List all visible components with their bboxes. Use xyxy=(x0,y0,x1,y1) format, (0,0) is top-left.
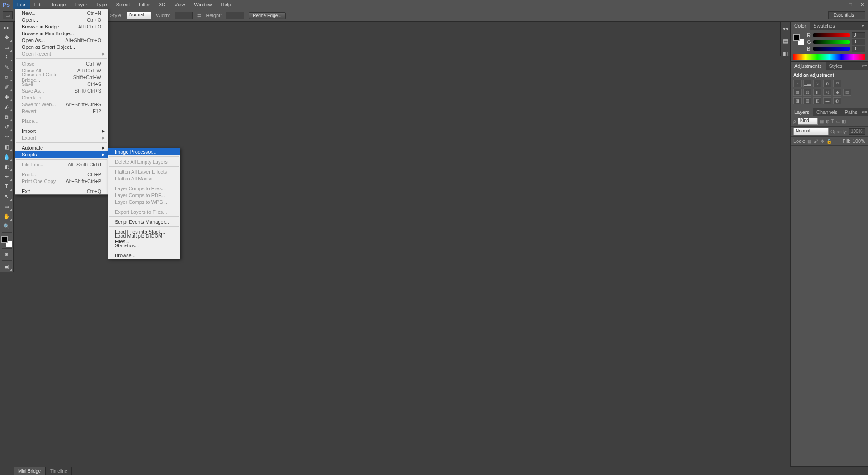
menu-item-new-[interactable]: New...Ctrl+N xyxy=(15,9,108,16)
zoom-tool-icon[interactable]: 🔍 xyxy=(1,222,12,231)
levels-icon[interactable]: ▁▃ xyxy=(803,80,811,87)
opacity-field[interactable]: 100% xyxy=(849,128,865,135)
pixel-filter-icon[interactable]: ▦ xyxy=(820,119,824,124)
path-select-tool-icon[interactable]: ↖ xyxy=(1,192,12,201)
style-select[interactable]: Normal xyxy=(127,12,151,19)
color-balance-icon[interactable]: ⚖ xyxy=(803,89,811,96)
menu-item-image-processor-[interactable]: Image Processor... xyxy=(108,148,180,155)
color-fgbg[interactable] xyxy=(793,34,804,45)
lasso-tool-icon[interactable]: ⌇ xyxy=(1,53,12,62)
panel-menu-icon[interactable]: ▾≡ xyxy=(861,22,868,30)
menu-file[interactable]: File xyxy=(13,0,30,9)
window-minimize-icon[interactable]: — xyxy=(835,2,843,7)
healing-tool-icon[interactable]: ✚ xyxy=(1,93,12,102)
menu-type[interactable]: Type xyxy=(92,0,112,9)
tab-channels[interactable]: Channels xyxy=(813,108,841,116)
pen-tool-icon[interactable]: ✒ xyxy=(1,172,12,181)
b-slider[interactable] xyxy=(813,47,850,51)
history-panel-icon[interactable]: ▤ xyxy=(783,38,788,44)
menu-item-browse-in-bridge-[interactable]: Browse in Bridge...Alt+Ctrl+O xyxy=(15,23,108,30)
menu-select[interactable]: Select xyxy=(112,0,135,9)
menu-item-open-as-[interactable]: Open As...Alt+Shift+Ctrl+O xyxy=(15,37,108,43)
tab-swatches[interactable]: Swatches xyxy=(810,22,839,30)
width-input[interactable] xyxy=(175,12,193,19)
bw-icon[interactable]: ◧ xyxy=(813,89,821,96)
photo-filter-icon[interactable]: ◎ xyxy=(823,89,831,96)
swap-icon[interactable]: ⇄ xyxy=(197,13,201,19)
menu-window[interactable]: Window xyxy=(189,0,216,9)
gradient-tool-icon[interactable]: ◧ xyxy=(1,142,12,151)
channel-mixer-icon[interactable]: ◆ xyxy=(833,89,841,96)
eraser-tool-icon[interactable]: ▱ xyxy=(1,132,12,141)
menu-item-automate[interactable]: Automate▶ xyxy=(15,144,108,151)
menu-image[interactable]: Image xyxy=(47,0,71,9)
quickmask-icon[interactable]: ◙ xyxy=(1,250,12,259)
smart-filter-icon[interactable]: ◧ xyxy=(842,119,846,124)
tab-timeline[interactable]: Timeline xyxy=(46,467,72,475)
curves-icon[interactable]: ∿ xyxy=(813,80,821,87)
stamp-tool-icon[interactable]: ⧉ xyxy=(1,113,12,122)
fill-field[interactable]: 100% xyxy=(853,138,865,144)
menu-item-open-as-smart-object-[interactable]: Open as Smart Object... xyxy=(15,43,108,50)
shape-filter-icon[interactable]: ▭ xyxy=(836,119,840,124)
filter-kind-select[interactable]: Kind xyxy=(798,118,818,125)
color-lookup-icon[interactable]: ▤ xyxy=(843,89,851,96)
g-value[interactable]: 0 xyxy=(852,39,865,45)
type-filter-icon[interactable]: T xyxy=(831,119,834,124)
menu-item-statistics-[interactable]: Statistics... xyxy=(108,242,180,249)
panel-menu-icon[interactable]: ▾≡ xyxy=(861,108,868,116)
history-brush-tool-icon[interactable]: ↺ xyxy=(1,122,12,132)
blur-tool-icon[interactable]: 💧 xyxy=(1,152,12,161)
hand-tool-icon[interactable]: ✋ xyxy=(1,212,12,221)
tool-preset-picker[interactable]: ▭ xyxy=(3,11,13,19)
quick-select-tool-icon[interactable]: ✎ xyxy=(1,63,12,72)
menu-item-import[interactable]: Import▶ xyxy=(15,127,108,134)
tab-color[interactable]: Color xyxy=(791,22,810,30)
brightness-contrast-icon[interactable]: ☼ xyxy=(793,80,802,87)
window-close-icon[interactable]: ✕ xyxy=(858,2,866,8)
lock-image-icon[interactable]: 🖌 xyxy=(814,139,818,144)
crop-tool-icon[interactable]: ⧈ xyxy=(1,73,12,82)
g-slider[interactable] xyxy=(813,40,850,44)
menu-3d[interactable]: 3D xyxy=(155,0,170,9)
tab-layers[interactable]: Layers xyxy=(791,108,813,116)
hue-sat-icon[interactable]: ▦ xyxy=(793,89,802,96)
type-tool-icon[interactable]: T xyxy=(1,182,12,191)
workspace-switcher[interactable]: Essentials xyxy=(828,11,865,19)
collapse-icon[interactable]: ▸▸ xyxy=(1,23,12,32)
menu-item-browse-in-mini-bridge-[interactable]: Browse in Mini Bridge... xyxy=(15,30,108,37)
rectangle-tool-icon[interactable]: ▭ xyxy=(1,202,12,211)
filter-kind-icon[interactable]: ρ xyxy=(793,119,796,124)
tab-paths[interactable]: Paths xyxy=(841,108,861,116)
screenmode-icon[interactable]: ▣ xyxy=(1,262,12,271)
dodge-tool-icon[interactable]: ◐ xyxy=(1,162,12,171)
lock-transparent-icon[interactable]: ▦ xyxy=(807,139,811,144)
window-maximize-icon[interactable]: □ xyxy=(846,2,854,7)
menu-item-open-[interactable]: Open...Ctrl+O xyxy=(15,16,108,23)
eyedropper-tool-icon[interactable]: ✐ xyxy=(1,83,12,92)
refine-edge-button[interactable]: Refine Edge... xyxy=(249,12,285,19)
expand-dock-icon[interactable]: ◂◂ xyxy=(783,25,788,32)
invert-icon[interactable]: ◨ xyxy=(793,97,802,104)
vibrance-icon[interactable]: ▽ xyxy=(833,80,841,87)
menu-item-script-events-manager-[interactable]: Script Events Manager... xyxy=(108,218,180,225)
tab-styles[interactable]: Styles xyxy=(826,62,846,70)
menu-layer[interactable]: Layer xyxy=(70,0,92,9)
threshold-icon[interactable]: ◧ xyxy=(813,97,821,104)
menu-filter[interactable]: Filter xyxy=(134,0,154,9)
selective-color-icon[interactable]: ◐ xyxy=(833,97,841,104)
r-value[interactable]: 0 xyxy=(852,32,865,38)
menu-item-browse-[interactable]: Browse... xyxy=(108,252,180,259)
b-value[interactable]: 0 xyxy=(852,46,865,52)
panel-menu-icon[interactable]: ▾≡ xyxy=(861,62,868,70)
color-spectrum[interactable] xyxy=(793,54,865,60)
color-swatches[interactable] xyxy=(1,236,12,247)
menu-item-exit[interactable]: ExitCtrl+Q xyxy=(15,188,108,194)
menu-help[interactable]: Help xyxy=(217,0,236,9)
posterize-icon[interactable]: ▥ xyxy=(803,97,811,104)
r-slider[interactable] xyxy=(813,33,850,37)
marquee-tool-icon[interactable]: ▭ xyxy=(1,43,12,52)
menu-edit[interactable]: Edit xyxy=(30,0,47,9)
tab-adjustments[interactable]: Adjustments xyxy=(791,62,826,70)
menu-item-scripts[interactable]: Scripts▶ xyxy=(15,151,108,158)
